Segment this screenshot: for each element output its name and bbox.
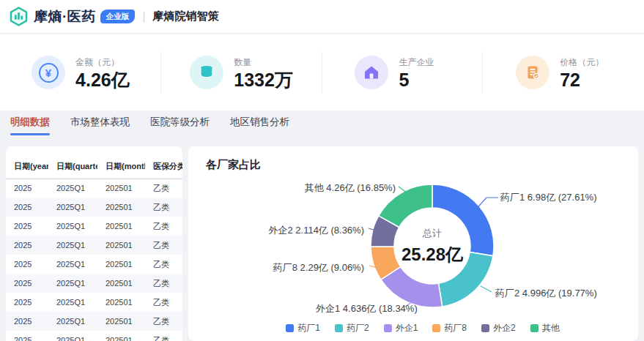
table-cell: 202501 [97,179,145,198]
table-cell: 乙类 [145,331,182,341]
stat-amount: ¥ 金额（元） 4.26亿 [0,34,161,110]
legend-swatch [384,324,392,332]
table-cell: 2025Q1 [48,255,97,274]
tab-market-overview[interactable]: 市场整体表现 [70,116,130,135]
callout-wq2: 外企2 2.114亿 (8.36%) [268,224,364,237]
table-cell: 乙类 [145,312,182,331]
edition-badge: 企业版 [100,10,136,23]
table-cell: 2025Q1 [48,274,97,293]
legend-label: 其他 [542,322,560,334]
column-header[interactable]: 日期(year) [6,155,48,179]
table-cell: 202501 [97,236,145,255]
stat-label: 价格（元） [560,56,611,69]
stat-value: 4.26亿 [75,71,130,89]
table-row[interactable]: 20252025Q1202501乙类 [6,198,182,217]
table-cell: 202501 [97,274,145,293]
legend-label: 药厂2 [347,322,369,334]
legend-item-药厂2[interactable]: 药厂2 [335,322,369,334]
kpi-stats-bar: ¥ 金额（元） 4.26亿 数量 1332万 [0,34,644,110]
chart-title: 各厂家占比 [206,158,261,172]
table-cell: 2025Q1 [48,236,97,255]
callout-yc8: 药厂8 2.29亿 (9.06%) [273,261,364,274]
data-table: 日期(year)日期(quarter)日期(month)医保分类20252025… [6,155,182,341]
column-header[interactable]: 日期(month) [97,155,145,179]
legend-label: 外企1 [396,322,418,334]
header-divider: | [142,10,145,23]
callout-wq1: 外企1 4.636亿 (18.34%) [316,302,418,315]
app-header: 摩熵·医药 企业版 | 摩熵院销智策 [0,0,644,34]
table-cell: 202501 [97,198,145,217]
detail-table-card: 日期(year)日期(quarter)日期(month)医保分类20252025… [6,146,182,341]
chart-legend: 药厂1药厂2外企1药厂8外企2其他 [207,322,638,334]
database-icon [190,56,223,89]
total-value: 25.28亿 [381,243,484,266]
callout-other: 其他 4.26亿 (16.85%) [305,181,396,195]
table-cell: 乙类 [145,293,182,312]
table-row[interactable]: 20252025Q1202501乙类 [6,331,182,341]
legend-item-其他[interactable]: 其他 [530,322,560,334]
stat-label: 金额（元） [75,56,130,69]
stat-value: 72 [560,71,611,89]
callout-yc1: 药厂1 6.98亿 (27.61%) [500,191,597,204]
table-row[interactable]: 20252025Q1202501乙类 [6,312,182,331]
legend-item-药厂8[interactable]: 药厂8 [432,322,467,334]
table-cell: 2025 [6,312,48,331]
product-title: 摩熵院销智策 [152,10,218,23]
tab-region-sales[interactable]: 地区销售分析 [230,116,289,135]
legend-item-外企2[interactable]: 外企2 [481,322,516,334]
manufacturer-share-card: 各厂家占比 总计 25.28亿 其他 4.26亿 (16.85%) 药厂1 6.… [188,146,638,341]
brand-name: 摩熵·医药 [34,7,96,26]
table-cell: 2025 [6,198,48,217]
table-cell: 2025 [6,293,48,312]
table-cell: 乙类 [145,198,182,217]
table-cell: 2025 [6,274,48,293]
stat-value: 1332万 [234,71,293,89]
table-cell: 2025 [6,179,48,198]
donut-center-total: 总计 25.28亿 [381,227,484,266]
legend-item-药厂1[interactable]: 药厂1 [286,322,320,334]
stat-label: 生产企业 [399,56,450,69]
table-row[interactable]: 20252025Q1202501乙类 [6,293,182,312]
table-cell: 202501 [97,255,145,274]
table-cell: 乙类 [145,274,182,293]
table-cell: 2025Q1 [48,312,97,331]
column-header[interactable]: 医保分类 [145,155,182,179]
callout-yc2: 药厂2 4.996亿 (19.77%) [495,287,597,300]
total-label: 总计 [381,227,484,240]
table-cell: 2025 [6,217,48,236]
legend-item-外企1[interactable]: 外企1 [384,322,418,334]
table-cell: 2025Q1 [48,331,97,341]
stat-label: 数量 [234,56,293,69]
tab-detail-data[interactable]: 明细数据 [10,116,50,135]
table-row[interactable]: 20252025Q1202501乙类 [6,236,182,255]
table-cell: 2025Q1 [48,179,97,198]
table-row[interactable]: 20252025Q1202501乙类 [6,274,182,293]
stat-manufacturers: 生产企业 5 [322,34,484,110]
table-cell: 2025Q1 [48,198,97,217]
receipt-icon [516,56,549,89]
table-cell: 2025 [6,236,48,255]
table-cell: 乙类 [145,179,182,198]
table-cell: 2025 [6,331,48,341]
brand-logo-icon [9,7,29,26]
analysis-tab-bar: 明细数据 市场整体表现 医院等级分析 地区销售分析 [10,116,289,135]
legend-swatch [335,324,343,332]
table-cell: 202501 [97,217,145,236]
legend-swatch [432,324,440,332]
home-icon [355,56,388,89]
table-row[interactable]: 20252025Q1202501乙类 [6,255,182,274]
legend-label: 药厂8 [444,322,467,334]
table-cell: 2025Q1 [48,217,97,236]
table-cell: 乙类 [145,236,182,255]
column-header[interactable]: 日期(quarter) [48,155,97,179]
table-cell: 乙类 [145,217,182,236]
table-cell: 202501 [97,293,145,312]
table-cell: 202501 [97,312,145,331]
stat-price: 价格（元） 72 [483,34,644,110]
table-row[interactable]: 20252025Q1202501乙类 [6,179,182,198]
dashboard-page: 摩熵·医药 企业版 | 摩熵院销智策 ¥ 金额（元） 4.26亿 数量 133 [0,0,644,341]
tab-hospital-grade[interactable]: 医院等级分析 [150,116,210,135]
table-row[interactable]: 20252025Q1202501乙类 [6,217,182,236]
legend-swatch [286,324,294,332]
table-cell: 2025 [6,255,48,274]
